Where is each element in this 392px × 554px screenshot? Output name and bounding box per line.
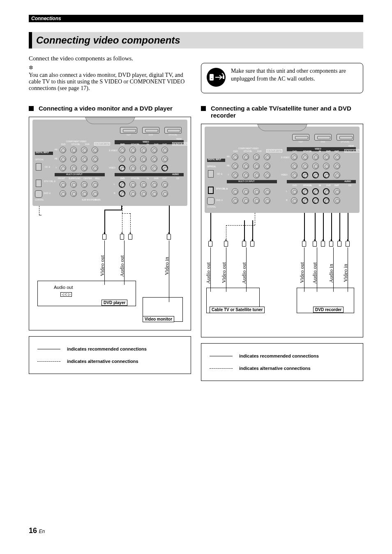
svg-rect-5 [223,76,224,79]
svg-rect-4 [210,78,213,79]
r-cv: COMPONENT VIDEO [238,147,258,150]
r-aud: AUDIO [344,180,351,182]
legend-left: indicates recommended connections indica… [29,336,191,374]
hdmi-dtv-label: DTV/CBL [164,134,182,136]
y: Y [55,166,57,169]
caution-box: Make sure that this unit and other compo… [201,63,363,93]
r-y: Y [228,173,229,176]
rt-ai: Audio in [328,264,334,283]
r-opt: OPTICAL [207,165,216,168]
rt-vi: Video in [342,264,349,282]
r-cd3: CD ③ [217,173,222,175]
plugR1: R [129,240,131,242]
r-pr: PR [227,155,230,158]
r-v-out: OUT [334,150,339,152]
rt-ao2: Audio out [241,262,247,284]
legend-alt: indicates alternative connections [67,359,138,364]
r-sv: S VIDEO [281,156,289,159]
pr: PR [55,148,58,151]
mch: MULTI CH INPUT [66,173,83,175]
ra-dtv: DTV/CBL [303,184,312,187]
v-in: IN [147,143,149,145]
v-dvd: DVD [120,143,125,145]
dvd-player-label: DVD player [101,300,127,306]
a-dtv: DTV/CBL [131,177,140,180]
svideo: S VIDEO [109,149,117,152]
bullet-square-r [201,106,206,111]
left-diagram: OUT DVD DTV/CBL HDMI COMPONENT VIDEO DVD… [29,117,191,330]
r-dtv2: DTV/ CBL ② [216,187,228,190]
v-dtv: DTV/CBL [131,143,140,145]
cv-dvr: DVR [85,143,90,145]
unplug-icon [206,67,226,87]
aud: AUDIO [172,173,179,175]
r-hdmi-out: OUT [292,141,309,143]
dvd-recorder-label: DVD recorder [313,307,344,313]
rt-vo2: Video out [299,262,305,283]
r-v-dvr: DVR [326,150,331,152]
hdmi-out-label: OUT [120,134,137,136]
rp-l1: L [243,247,244,249]
left-heading-text: Connecting a video monitor and a DVD pla… [39,105,173,112]
opt: OPTICAL [35,158,44,161]
hint-text: You can also connect a video monitor, DV… [29,72,191,92]
ra-dvd: DVD [293,184,297,187]
ra-dvr: DVR [326,184,331,187]
a-dvr: DVR [154,177,159,180]
r-pb: PB [227,164,230,167]
dvd1: DVD ① [44,192,51,194]
cv-dvd: DVD [61,143,66,145]
a-out: OUT [162,177,167,180]
rp-r3: R [339,247,340,249]
cv-label: COMPONENT VIDEO [66,140,86,143]
right-subheading: Connecting a cable TV/satellite tuner an… [201,105,363,119]
ra-in: IN [319,184,321,187]
rt-vo1: Video out [221,262,227,283]
r-cv-dvd: DVD [233,150,238,152]
svg-point-2 [210,76,212,77]
video-monitor-label: Video monitor [143,316,174,322]
r-hdmi-dvd: DVD [314,141,332,143]
r-v-dvd: DVD [293,150,297,152]
bullet-square [29,106,34,111]
r-cv-dtv: DTV/CBL [244,150,252,152]
rp-r1: R [251,247,253,249]
r-cv-mon: MONITOR OUT [266,149,282,152]
a-cd: CD [176,177,179,180]
r-vlab: VIDEO [281,173,288,176]
cen: CENTER [83,177,92,180]
right-diagram: OUT DVD DTV/CBL HDMI COMPONENT VIDEO DVD… [201,124,363,337]
right-heading-text: Connecting a cable TV/satellite tuner an… [211,105,363,119]
legend-dash-line [37,361,60,362]
cv-dtv: DTV/CBL [71,143,80,145]
sur: SURROUND [69,177,81,180]
page-number: 16 En [29,526,45,535]
r-mch: MULTI CH INPUT [238,180,255,182]
vlabel2: VIDEO [109,166,115,169]
lt-videoout: Video out [99,255,106,276]
r-di: DIGITAL INPUT [208,159,221,161]
rt-ao1: Audio out [205,262,212,284]
cable-tuner-label: Cable TV or Satellite tuner [210,307,265,313]
sub: SUB WOOFER [82,199,96,201]
caution-text: Make sure that this unit and other compo… [231,67,358,83]
page-title: Connecting video components [29,32,363,48]
sbr: SB(R) [95,199,101,201]
hdmi-dvd-label: DVD [142,134,159,136]
a-dvd: DVD [120,177,125,180]
svg-point-3 [212,76,213,77]
cd3: CD ③ [45,166,50,168]
rear-panel-right: OUT DVD DTV/CBL HDMI COMPONENT VIDEO DVD… [205,127,360,213]
ra-out: OUT [334,184,339,187]
pb: PB [55,157,58,160]
coax: COAXIAL [35,199,44,201]
di: DIGITAL INPUT [36,152,49,154]
v-out: OUT [162,143,167,145]
legend-solid-line [37,349,60,349]
sbl: SB(L) [95,177,100,180]
rt-ao3: Audio out [311,262,318,284]
cv-mon: MONITOR OUT [94,142,110,145]
rp-l2: L [314,247,315,249]
dtv2: DTV/ CBL ② [44,180,55,182]
plugL1: L [121,240,122,242]
